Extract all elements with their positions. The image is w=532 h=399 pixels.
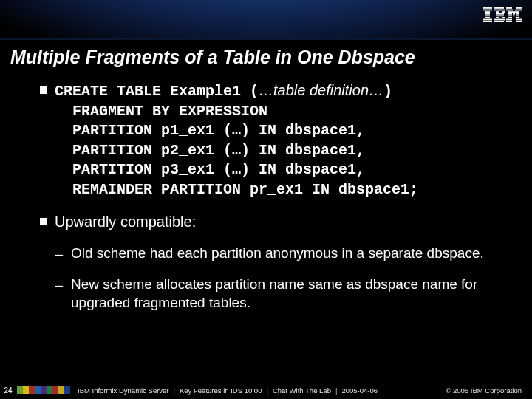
- chip-icon: [29, 386, 35, 394]
- svg-rect-7: [483, 21, 492, 22]
- chip-icon: [64, 386, 70, 394]
- code-italic: …table definition…: [259, 82, 383, 98]
- svg-rect-6: [483, 19, 492, 21]
- slide: Multiple Fragments of a Table in One Dbs…: [0, 0, 532, 399]
- chip-icon: [23, 386, 29, 394]
- svg-rect-10: [496, 11, 499, 13]
- svg-rect-1: [483, 10, 492, 11]
- footer: 24 IBM Informix Dynamic Server | Key Fea…: [0, 381, 532, 399]
- code-text: ): [383, 83, 392, 100]
- svg-rect-20: [506, 10, 513, 11]
- footer-copyright: © 2005 IBM Corporation: [446, 386, 522, 395]
- old-scheme-bullet: Old scheme had each partition anonymous …: [55, 245, 501, 263]
- svg-rect-9: [494, 10, 505, 11]
- svg-rect-26: [516, 13, 519, 15]
- svg-rect-2: [485, 11, 490, 13]
- svg-rect-25: [513, 13, 515, 15]
- chip-icon: [58, 386, 64, 394]
- svg-rect-35: [506, 21, 512, 22]
- svg-rect-27: [508, 15, 512, 16]
- svg-rect-31: [514, 17, 514, 18]
- slide-title: Multiple Fragments of a Table in One Dbs…: [10, 47, 415, 68]
- svg-rect-23: [514, 11, 519, 13]
- svg-rect-28: [514, 15, 515, 16]
- svg-rect-22: [508, 11, 514, 13]
- footer-date: 2005-04-06: [341, 386, 378, 395]
- svg-rect-24: [508, 13, 512, 15]
- code-line: PARTITION p3_ex1 (…) IN dbspace1,: [55, 161, 365, 178]
- code-line: PARTITION p2_ex1 (…) IN dbspace1,: [55, 142, 365, 159]
- color-chips: [17, 386, 70, 394]
- chip-icon: [47, 386, 52, 394]
- svg-rect-32: [516, 17, 519, 18]
- svg-rect-30: [508, 17, 512, 18]
- svg-rect-13: [496, 15, 504, 16]
- svg-rect-29: [516, 15, 519, 16]
- svg-rect-16: [494, 19, 505, 21]
- svg-rect-12: [496, 13, 504, 15]
- code-line: FRAGMENT BY EXPRESSION: [55, 103, 267, 120]
- header-band: [0, 0, 532, 40]
- ibm-logo: [483, 7, 522, 22]
- svg-rect-3: [485, 13, 490, 15]
- svg-rect-19: [516, 7, 522, 9]
- svg-rect-17: [494, 21, 504, 22]
- code-line: PARTITION p1_ex1 (…) IN dbspace1,: [55, 122, 365, 139]
- code-bullet: CREATE TABLE Example1 (…table definition…: [40, 81, 501, 200]
- chip-icon: [52, 386, 58, 394]
- compat-bullet: Upwardly compatible:: [40, 213, 501, 231]
- svg-rect-36: [516, 21, 522, 22]
- footer-event: Chat With The Lab: [273, 386, 331, 395]
- svg-rect-4: [485, 15, 490, 16]
- footer-topic: Key Features in IDS 10.00: [180, 386, 262, 395]
- svg-rect-0: [483, 7, 492, 9]
- svg-rect-34: [516, 19, 522, 21]
- chip-icon: [17, 386, 23, 394]
- svg-rect-33: [506, 19, 512, 21]
- slide-body: CREATE TABLE Example1 (…table definition…: [0, 81, 532, 377]
- page-number: 24: [0, 386, 16, 395]
- svg-rect-21: [515, 10, 522, 11]
- svg-rect-11: [502, 11, 505, 13]
- separator-icon: |: [266, 386, 267, 395]
- chip-icon: [41, 386, 47, 394]
- svg-rect-18: [506, 7, 512, 9]
- chip-icon: [35, 386, 41, 394]
- footer-product: IBM Informix Dynamic Server: [78, 386, 169, 395]
- svg-rect-5: [485, 17, 490, 18]
- svg-rect-8: [494, 7, 504, 9]
- code-text: CREATE TABLE Example1 (: [55, 83, 259, 100]
- code-line: REMAINDER PARTITION pr_ex1 IN dbspace1;: [55, 181, 418, 198]
- svg-rect-15: [502, 17, 505, 18]
- new-scheme-bullet: New scheme allocates partition name same…: [55, 276, 501, 312]
- svg-rect-14: [496, 17, 499, 18]
- separator-icon: |: [335, 386, 337, 395]
- separator-icon: |: [174, 386, 175, 395]
- code-block: CREATE TABLE Example1 (…table definition…: [55, 83, 418, 198]
